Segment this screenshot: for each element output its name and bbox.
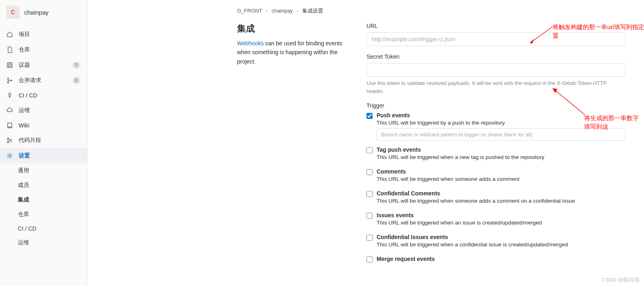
subnav-item[interactable]: 通用 bbox=[0, 163, 87, 178]
svg-rect-0 bbox=[7, 63, 12, 68]
sidebar: C chainpay 项目仓库议题0合并请求0CI / CD运维Wiki代码片段… bbox=[0, 0, 87, 286]
sidebar-item-book[interactable]: Wiki bbox=[0, 118, 87, 133]
trigger-label: Trigger bbox=[366, 102, 625, 109]
trigger-checkbox[interactable] bbox=[366, 235, 373, 241]
trigger-checkbox[interactable] bbox=[366, 256, 373, 263]
subnav-item[interactable]: 成员 bbox=[0, 178, 87, 193]
svg-point-5 bbox=[7, 138, 9, 140]
watermark: CSDN @猫与我 bbox=[602, 276, 639, 284]
sidebar-item-label: 运维 bbox=[19, 107, 80, 114]
trigger-item: Confidential CommentsThis URL will be tr… bbox=[366, 190, 625, 206]
sidebar-item-label: 议题 bbox=[19, 61, 66, 69]
trigger-item: Issues eventsThis URL will be triggered … bbox=[366, 212, 625, 228]
trigger-desc: This URL will be triggered when a confid… bbox=[377, 242, 625, 248]
url-input[interactable] bbox=[366, 32, 625, 46]
sidebar-badge: 0 bbox=[72, 61, 80, 69]
branch-pattern-input[interactable] bbox=[377, 128, 625, 141]
svg-rect-1 bbox=[8, 64, 11, 66]
trigger-item: CommentsThis URL will be triggered when … bbox=[366, 168, 625, 184]
sidebar-header[interactable]: C chainpay bbox=[0, 0, 87, 24]
sidebar-item-label: Wiki bbox=[19, 122, 80, 129]
breadcrumb-current: 集成设置 bbox=[302, 8, 323, 14]
trigger-desc: This URL will be triggered when someone … bbox=[377, 198, 625, 204]
secret-token-label: Secret Token bbox=[366, 53, 625, 60]
secret-token-help: Use this token to validate received payl… bbox=[366, 79, 625, 95]
subnav-item[interactable]: CI / CD bbox=[0, 222, 87, 235]
sidebar-item-label: 仓库 bbox=[19, 46, 80, 53]
svg-point-2 bbox=[8, 78, 9, 79]
issues-icon bbox=[6, 62, 13, 68]
cloud-icon bbox=[6, 107, 13, 114]
page-intro: 集成 Webhooks can be used for binding even… bbox=[237, 23, 357, 271]
scissors-icon bbox=[6, 137, 13, 144]
sidebar-item-merge[interactable]: 合并请求0 bbox=[0, 73, 87, 88]
sidebar-item-gear[interactable]: 设置 bbox=[0, 148, 87, 163]
trigger-desc: This URL will be triggered when an issue… bbox=[377, 220, 625, 226]
project-name: chainpay bbox=[24, 9, 49, 16]
trigger-desc: This URL will be triggered by a push to … bbox=[377, 120, 625, 126]
trigger-title: Comments bbox=[377, 168, 625, 175]
project-avatar: C bbox=[6, 6, 19, 19]
sidebar-item-label: CI / CD bbox=[19, 92, 80, 99]
rocket-icon bbox=[6, 92, 13, 99]
subnav-item[interactable]: 集成 bbox=[0, 193, 87, 207]
svg-point-7 bbox=[9, 155, 11, 157]
trigger-checkbox[interactable] bbox=[366, 213, 373, 219]
sidebar-item-label: 设置 bbox=[19, 152, 80, 159]
subnav-item[interactable]: 仓库 bbox=[0, 207, 87, 222]
trigger-title: Confidential Comments bbox=[377, 190, 625, 197]
breadcrumb-project[interactable]: chainpay bbox=[271, 8, 292, 14]
trigger-item: Merge request events bbox=[366, 256, 625, 263]
subnav-item[interactable]: 运维 bbox=[0, 235, 87, 250]
trigger-title: Confidential Issues events bbox=[377, 234, 625, 240]
webhooks-link[interactable]: Webhooks bbox=[237, 40, 264, 47]
breadcrumb: G_FRONT › chainpay › 集成设置 bbox=[237, 7, 632, 15]
trigger-checkbox[interactable] bbox=[366, 191, 373, 197]
webhook-form: URL Secret Token Use this token to valid… bbox=[366, 23, 625, 271]
file-icon bbox=[6, 47, 13, 53]
breadcrumb-root[interactable]: G_FRONT bbox=[237, 8, 262, 14]
merge-icon bbox=[6, 77, 13, 84]
trigger-checkbox[interactable] bbox=[366, 169, 373, 175]
gear-icon bbox=[6, 153, 13, 159]
trigger-checkbox[interactable] bbox=[366, 147, 373, 153]
svg-point-3 bbox=[8, 82, 9, 83]
home-icon bbox=[6, 31, 13, 38]
sidebar-item-home[interactable]: 项目 bbox=[0, 27, 87, 42]
trigger-title: Push events bbox=[377, 112, 625, 119]
trigger-desc: This URL will be triggered when someone … bbox=[377, 176, 625, 182]
svg-point-6 bbox=[7, 141, 9, 143]
sidebar-item-file[interactable]: 仓库 bbox=[0, 42, 87, 57]
trigger-title: Tag push events bbox=[377, 146, 625, 153]
trigger-title: Issues events bbox=[377, 212, 625, 218]
sidebar-item-cloud[interactable]: 运维 bbox=[0, 103, 87, 118]
main-content: G_FRONT › chainpay › 集成设置 集成 Webhooks ca… bbox=[87, 0, 644, 286]
trigger-title: Merge request events bbox=[377, 256, 625, 262]
sidebar-item-label: 代码片段 bbox=[19, 137, 80, 144]
secret-token-input[interactable] bbox=[366, 63, 625, 77]
sidebar-item-label: 项目 bbox=[19, 31, 80, 38]
trigger-item: Confidential Issues eventsThis URL will … bbox=[366, 234, 625, 250]
sidebar-item-label: 合并请求 bbox=[19, 77, 66, 84]
sidebar-badge: 0 bbox=[72, 77, 80, 84]
sidebar-nav: 项目仓库议题0合并请求0CI / CD运维Wiki代码片段设置 bbox=[0, 24, 87, 163]
url-label: URL bbox=[366, 23, 625, 29]
page-description: Webhooks can be used for binding events … bbox=[237, 39, 357, 66]
svg-point-4 bbox=[11, 80, 12, 81]
book-icon bbox=[6, 122, 13, 129]
trigger-item: Tag push eventsThis URL will be triggere… bbox=[366, 146, 625, 163]
sidebar-item-issues[interactable]: 议题0 bbox=[0, 57, 87, 73]
settings-subnav: 通用成员集成仓库CI / CD运维 bbox=[0, 163, 87, 250]
trigger-desc: This URL will be triggered when a new ta… bbox=[377, 154, 625, 160]
trigger-checkbox[interactable] bbox=[366, 113, 373, 119]
sidebar-item-scissors[interactable]: 代码片段 bbox=[0, 133, 87, 148]
sidebar-item-rocket[interactable]: CI / CD bbox=[0, 88, 87, 103]
trigger-item: Push eventsThis URL will be triggered by… bbox=[366, 112, 625, 141]
page-title: 集成 bbox=[237, 23, 357, 35]
